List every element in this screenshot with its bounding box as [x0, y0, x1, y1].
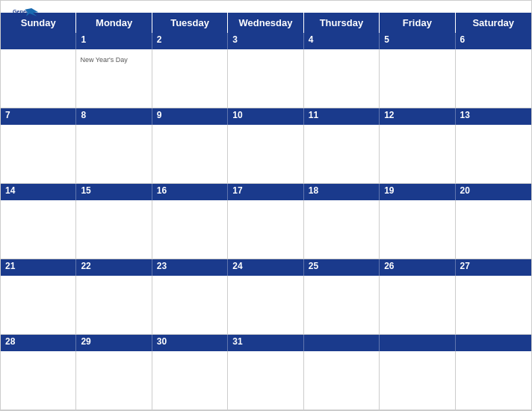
day-number-26: 26: [380, 259, 455, 276]
day-cell-26: [380, 276, 455, 335]
day-number-16: 16: [152, 184, 228, 200]
day-number-19: 19: [380, 184, 455, 200]
day-cell-empty-6: [456, 351, 531, 410]
day-cell-23: [152, 276, 228, 335]
day-number-4: 4: [304, 33, 380, 49]
day-number-15: 15: [76, 184, 152, 200]
week-row-2: [1, 200, 531, 259]
day-cell-17: [228, 200, 303, 259]
calendar-body: 123456New Year's Day78910111213141516171…: [1, 33, 531, 410]
week-strip-4: 28293031: [1, 335, 531, 351]
day-cell-20: [456, 200, 531, 259]
day-cell-empty-0: [1, 49, 76, 108]
week-strip-3: 21222324252627: [1, 259, 531, 276]
day-headers-row: SundayMondayTuesdayWednesdayThursdayFrid…: [1, 13, 531, 33]
day-cell-16: [152, 200, 228, 259]
week-row-3: [1, 276, 531, 335]
day-number-5: 5: [380, 33, 455, 49]
day-cell-25: [304, 276, 380, 335]
day-cell-1: New Year's Day: [76, 49, 152, 108]
day-number-21: 21: [1, 259, 76, 276]
day-cell-13: [456, 125, 531, 184]
day-number-3: 3: [228, 33, 303, 49]
day-cell-4: [304, 49, 380, 108]
day-cell-6: [456, 49, 531, 108]
day-cell-24: [228, 276, 303, 335]
day-header-tuesday: Tuesday: [152, 13, 228, 33]
day-number-30: 30: [152, 335, 228, 351]
day-cell-8: [76, 125, 152, 184]
day-number-25: 25: [304, 259, 380, 276]
day-header-wednesday: Wednesday: [228, 13, 303, 33]
week-row-0: New Year's Day: [1, 49, 531, 108]
day-cell-5: [380, 49, 455, 108]
day-header-thursday: Thursday: [304, 13, 380, 33]
day-cell-28: [1, 351, 76, 410]
calendar: General Blue SundayMondayTuesdayWednesda…: [0, 0, 532, 411]
svg-text:Blue: Blue: [13, 14, 25, 21]
day-cell-29: [76, 351, 152, 410]
day-number-14: 14: [1, 184, 76, 200]
day-cell-18: [304, 200, 380, 259]
day-number-empty: [1, 33, 76, 49]
day-header-monday: Monday: [76, 13, 152, 33]
day-cell-15: [76, 200, 152, 259]
day-cell-10: [228, 125, 303, 184]
day-cell-empty-4: [304, 351, 380, 410]
day-cell-7: [1, 125, 76, 184]
day-number-10: 10: [228, 108, 303, 125]
day-number-17: 17: [228, 184, 303, 200]
day-cell-empty-5: [380, 351, 455, 410]
day-number-12: 12: [380, 108, 455, 125]
day-cell-3: [228, 49, 303, 108]
week-strip-0: 123456: [1, 33, 531, 49]
day-number-31: 31: [228, 335, 303, 351]
day-number-6: 6: [456, 33, 531, 49]
day-number-11: 11: [304, 108, 380, 125]
day-cell-11: [304, 125, 380, 184]
day-header-saturday: Saturday: [456, 13, 531, 33]
day-number-20: 20: [456, 184, 531, 200]
day-number-empty: [304, 335, 380, 351]
day-number-22: 22: [76, 259, 152, 276]
day-cell-31: [228, 351, 303, 410]
calendar-header: General Blue: [1, 1, 531, 13]
holiday-label: New Year's Day: [80, 56, 127, 64]
day-cell-21: [1, 276, 76, 335]
day-cell-2: [152, 49, 228, 108]
day-cell-27: [456, 276, 531, 335]
week-row-1: [1, 125, 531, 184]
day-number-13: 13: [456, 108, 531, 125]
day-number-2: 2: [152, 33, 228, 49]
day-cell-19: [380, 200, 455, 259]
day-number-24: 24: [228, 259, 303, 276]
day-cell-22: [76, 276, 152, 335]
generalblue-logo: General Blue: [13, 7, 40, 22]
day-cell-12: [380, 125, 455, 184]
day-cell-30: [152, 351, 228, 410]
day-number-23: 23: [152, 259, 228, 276]
day-number-8: 8: [76, 108, 152, 125]
day-cell-9: [152, 125, 228, 184]
day-number-1: 1: [76, 33, 152, 49]
day-number-29: 29: [76, 335, 152, 351]
day-number-7: 7: [1, 108, 76, 125]
day-number-18: 18: [304, 184, 380, 200]
day-number-28: 28: [1, 335, 76, 351]
day-header-friday: Friday: [380, 13, 455, 33]
day-number-empty: [456, 335, 531, 351]
week-row-4: [1, 351, 531, 410]
day-number-9: 9: [152, 108, 228, 125]
day-cell-14: [1, 200, 76, 259]
week-strip-1: 78910111213: [1, 108, 531, 125]
week-strip-2: 14151617181920: [1, 184, 531, 200]
day-number-27: 27: [456, 259, 531, 276]
day-number-empty: [380, 335, 455, 351]
